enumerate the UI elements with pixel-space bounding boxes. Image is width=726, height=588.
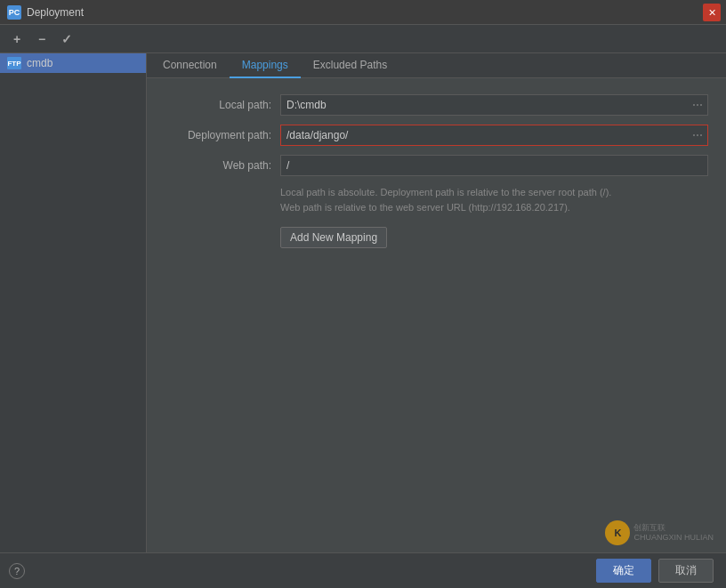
web-path-input-container (280, 155, 708, 176)
local-path-input-container: ⋯ (280, 94, 708, 116)
confirm-button[interactable]: 确定 (596, 559, 651, 583)
toolbar: + − ✓ (0, 25, 726, 53)
sidebar-item-label: cmdb (27, 57, 52, 69)
help-text: Local path is absolute. Deployment path … (280, 185, 708, 214)
tab-connection[interactable]: Connection (150, 53, 230, 78)
close-button[interactable]: ✕ (703, 4, 721, 21)
tab-mappings[interactable]: Mappings (230, 53, 301, 78)
content-area: Connection Mappings Excluded Paths Local… (147, 53, 726, 581)
local-path-input[interactable] (280, 94, 708, 116)
deployment-path-input-container: ⋯ (280, 125, 708, 146)
add-server-button[interactable]: + (7, 29, 27, 49)
form-content: Local path: ⋯ Deployment path: ⋯ (147, 78, 726, 581)
remove-server-button[interactable]: − (32, 29, 52, 49)
help-text-line2: Web path is relative to the web server U… (280, 202, 570, 213)
ftp-icon: FTP (7, 57, 21, 69)
title-bar: PC Deployment ✕ (0, 0, 726, 25)
local-path-label: Local path: (165, 99, 280, 111)
deployment-path-label: Deployment path: (165, 129, 280, 141)
tabs-bar: Connection Mappings Excluded Paths (147, 53, 726, 78)
web-path-row: Web path: (165, 155, 708, 176)
cancel-button[interactable]: 取消 (658, 559, 714, 583)
deployment-path-row: Deployment path: ⋯ (165, 125, 708, 146)
bottom-bar: 确定 取消 (0, 552, 726, 588)
help-button[interactable]: ? (9, 563, 25, 579)
deployment-path-browse-button[interactable]: ⋯ (689, 126, 706, 144)
tab-excluded-paths[interactable]: Excluded Paths (301, 53, 399, 78)
web-path-label: Web path: (165, 159, 280, 172)
sidebar-item-cmdb[interactable]: FTP cmdb (0, 53, 146, 73)
watermark: K 创新互联 CHUANGXIN HULIAN (605, 520, 714, 545)
local-path-row: Local path: ⋯ (165, 94, 708, 116)
local-path-browse-button[interactable]: ⋯ (689, 96, 706, 114)
window-title: Deployment (27, 6, 84, 19)
main-container: FTP cmdb Connection Mappings Excluded Pa… (0, 53, 726, 581)
help-text-line1: Local path is absolute. Deployment path … (280, 187, 611, 197)
watermark-text: 创新互联 CHUANGXIN HULIAN (633, 523, 714, 543)
add-new-mapping-button[interactable]: Add New Mapping (280, 227, 387, 248)
deployment-path-input[interactable] (280, 125, 708, 146)
sidebar: FTP cmdb (0, 53, 147, 581)
window-icon: PC (7, 5, 21, 20)
check-button[interactable]: ✓ (57, 29, 77, 49)
web-path-input[interactable] (280, 155, 708, 176)
watermark-logo: K (605, 520, 630, 545)
